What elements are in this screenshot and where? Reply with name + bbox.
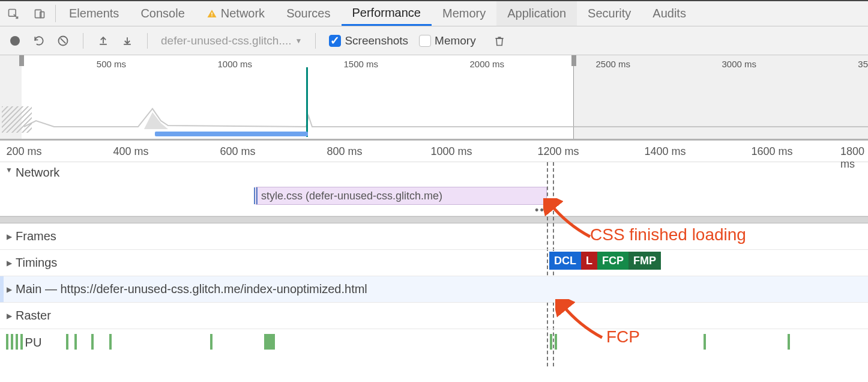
ruler-tick: 1400 ms bbox=[644, 145, 686, 158]
annotation-css-label: CSS finished loading bbox=[590, 225, 746, 244]
track-timings[interactable]: ▶ Timings DCL L FCP FMP bbox=[0, 250, 868, 276]
track-network[interactable]: ▼ Network style.css (defer-unused-css.gl… bbox=[0, 162, 868, 216]
record-button[interactable] bbox=[8, 34, 22, 47]
overview-tick: 3000 ms bbox=[722, 59, 756, 69]
separator bbox=[147, 33, 148, 49]
expand-icon[interactable]: ▶ bbox=[5, 259, 13, 267]
screenshots-checkbox[interactable]: ✓ Screenshots bbox=[329, 34, 408, 47]
annotation-fcp-label: FCP bbox=[606, 327, 640, 347]
svg-rect-4 bbox=[211, 15, 212, 16]
overview-tick: 35 bbox=[858, 59, 868, 69]
ruler-tick: 600 ms bbox=[220, 145, 255, 158]
devtools-tabbar: Elements Console Network Sources Perform… bbox=[0, 0, 868, 26]
device-toggle-icon[interactable] bbox=[26, 1, 53, 26]
warning-icon bbox=[206, 8, 217, 19]
tab-memory[interactable]: Memory bbox=[432, 1, 496, 26]
recording-selector-label: defer-unused-css.glitch.... bbox=[161, 34, 292, 47]
separator bbox=[315, 33, 316, 49]
expand-icon[interactable]: ▶ bbox=[5, 232, 13, 241]
clear-button[interactable] bbox=[56, 34, 70, 47]
overview-timeline[interactable]: 500 ms 1000 ms 1500 ms 2000 ms 2500 ms 3… bbox=[0, 55, 868, 141]
detail-ruler[interactable]: 200 ms 400 ms 600 ms 800 ms 1000 ms 1200… bbox=[0, 141, 868, 162]
badge-fcp[interactable]: FCP bbox=[597, 252, 628, 270]
track-timings-label: Timings bbox=[16, 256, 57, 270]
gc-button[interactable] bbox=[493, 34, 506, 47]
overview-tick: 1500 ms bbox=[343, 59, 378, 69]
load-profile-button[interactable] bbox=[97, 34, 110, 47]
reload-button[interactable] bbox=[32, 34, 46, 47]
recording-selector[interactable]: defer-unused-css.glitch.... ▼ bbox=[161, 34, 302, 47]
tracks-separator[interactable] bbox=[0, 216, 868, 223]
overview-tick: 2000 ms bbox=[469, 59, 504, 69]
track-main-label: Main — https://defer-unused-css.glitch.m… bbox=[16, 282, 367, 296]
badge-dcl[interactable]: DCL bbox=[549, 252, 581, 270]
overview-fcp-marker bbox=[306, 67, 308, 137]
track-main[interactable]: ▶ Main — https://defer-unused-css.glitch… bbox=[0, 276, 868, 303]
overview-tick-labels: 500 ms 1000 ms 1500 ms 2000 ms 2500 ms 3… bbox=[0, 59, 868, 70]
overview-tick: 2500 ms bbox=[595, 59, 630, 69]
tab-console[interactable]: Console bbox=[130, 1, 195, 26]
svg-rect-3 bbox=[211, 12, 212, 14]
memory-checkbox[interactable]: Memory bbox=[419, 34, 476, 47]
tracks-area: ▼ Network style.css (defer-unused-css.gl… bbox=[0, 162, 868, 356]
track-raster[interactable]: ▶ Raster bbox=[0, 303, 868, 329]
tab-security[interactable]: Security bbox=[577, 1, 642, 26]
ruler-tick: 1000 ms bbox=[430, 145, 472, 158]
ruler-tick: 400 ms bbox=[113, 145, 148, 158]
screenshots-label: Screenshots bbox=[345, 34, 408, 47]
request-queued-segment bbox=[254, 187, 258, 204]
timing-badges: DCL L FCP FMP bbox=[549, 252, 661, 270]
collapse-icon[interactable]: ▼ bbox=[5, 166, 13, 174]
tab-network[interactable]: Network bbox=[196, 1, 276, 26]
tab-sources[interactable]: Sources bbox=[276, 1, 341, 26]
tab-application[interactable]: Application bbox=[496, 1, 577, 26]
track-gpu[interactable]: ▶ GPU bbox=[0, 329, 868, 356]
separator bbox=[55, 5, 56, 22]
ruler-tick: 800 ms bbox=[327, 145, 362, 158]
track-network-label: Network bbox=[16, 166, 59, 180]
cpu-utilization bbox=[0, 103, 868, 130]
save-profile-button[interactable] bbox=[121, 34, 134, 47]
performance-toolbar: defer-unused-css.glitch.... ▼ ✓ Screensh… bbox=[0, 26, 868, 55]
memory-label: Memory bbox=[435, 34, 476, 47]
expand-icon[interactable]: ▶ bbox=[5, 285, 13, 294]
ruler-tick: 1200 ms bbox=[537, 145, 579, 158]
separator bbox=[83, 33, 83, 49]
overview-tick: 1000 ms bbox=[217, 59, 252, 69]
tab-performance[interactable]: Performance bbox=[342, 1, 432, 26]
overview-tick: 500 ms bbox=[97, 59, 126, 69]
badge-load[interactable]: L bbox=[581, 252, 597, 270]
tab-elements[interactable]: Elements bbox=[58, 1, 130, 26]
ruler-tick: 200 ms bbox=[6, 145, 41, 158]
gpu-activity-ticks bbox=[0, 334, 868, 351]
tab-network-label: Network bbox=[221, 7, 265, 20]
main-highlight bbox=[0, 276, 4, 302]
ruler-tick: 1600 ms bbox=[751, 145, 792, 158]
checkbox-unchecked-icon bbox=[419, 35, 431, 47]
checkbox-checked-icon: ✓ bbox=[329, 35, 341, 47]
inspect-icon[interactable] bbox=[0, 1, 26, 26]
overview-network-strip bbox=[155, 132, 308, 136]
tab-audits[interactable]: Audits bbox=[642, 1, 697, 26]
network-request-label: style.css (defer-unused-css.glitch.me) bbox=[261, 190, 442, 202]
track-overflow-icon[interactable]: ••• bbox=[535, 204, 550, 217]
track-frames-label: Frames bbox=[16, 229, 56, 243]
track-raster-label: Raster bbox=[16, 309, 51, 323]
badge-fmp[interactable]: FMP bbox=[628, 252, 661, 270]
chevron-down-icon: ▼ bbox=[295, 37, 303, 45]
expand-icon[interactable]: ▶ bbox=[5, 312, 13, 320]
network-request-bar[interactable]: style.css (defer-unused-css.glitch.me) bbox=[256, 187, 547, 205]
